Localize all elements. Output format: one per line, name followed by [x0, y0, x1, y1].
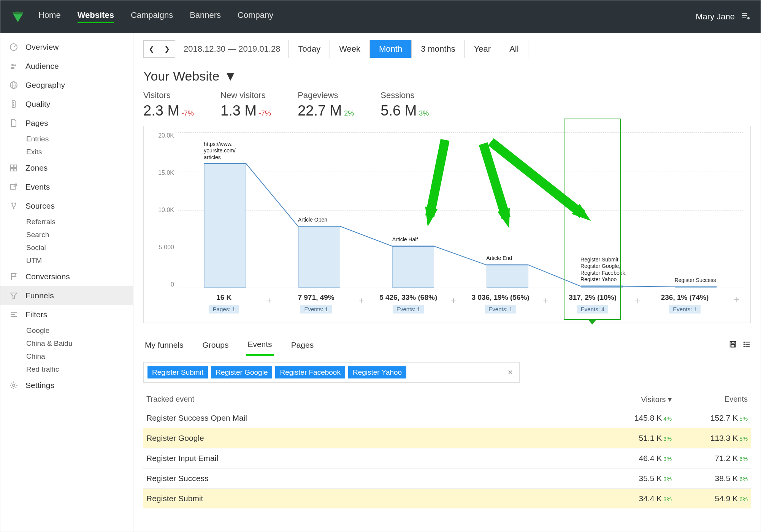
svg-point-19 — [13, 384, 15, 386]
sidebar-sub-china-baidu[interactable]: China & Baidu — [0, 337, 133, 350]
next-period-button[interactable]: ❯ — [159, 40, 175, 58]
funnel-icon — [9, 291, 19, 301]
list-icon[interactable] — [742, 340, 751, 351]
range-tab-today[interactable]: Today — [289, 40, 330, 58]
svg-rect-14 — [14, 168, 17, 171]
filter-tag[interactable]: Register Facebook — [275, 366, 345, 378]
range-tab-all[interactable]: All — [500, 40, 528, 58]
table-row[interactable]: Register Success35.5 K3%38.5 K6% — [143, 468, 751, 488]
table-header: Tracked event Visitors ▾ Events — [143, 391, 751, 408]
sidebar-item-zones[interactable]: Zones — [0, 158, 133, 177]
events-table: Tracked event Visitors ▾ Events Register… — [143, 391, 751, 508]
subtab-pages[interactable]: Pages — [290, 336, 315, 355]
stats-row: Visitors2.3 M-7%New visitors1.3 M-7%Page… — [143, 90, 751, 119]
save-icon[interactable] — [729, 340, 737, 351]
table-row[interactable]: Register Submit34.4 K3%54.9 K6% — [143, 488, 751, 508]
filter-tag[interactable]: Register Submit — [147, 366, 208, 378]
sidebar-item-funnels[interactable]: Funnels — [0, 286, 133, 305]
filter-tag[interactable]: Register Google — [211, 366, 272, 378]
range-tab-3-months[interactable]: 3 months — [412, 40, 465, 58]
content: ❮ ❯ 2018.12.30 — 2019.01.28 TodayWeekMon… — [133, 33, 761, 532]
filter-tags-input[interactable]: Register SubmitRegister GoogleRegister F… — [143, 362, 520, 383]
table-row[interactable]: Register Google51.1 K3%113.3 K5% — [143, 428, 751, 448]
funnel-bar-4[interactable]: Register Submit,Register Google,Register… — [555, 132, 649, 288]
sidebar-sub-red-traffic[interactable]: Red traffic — [0, 363, 133, 376]
add-step-button[interactable]: + — [266, 295, 272, 307]
stat-new-visitors: New visitors1.3 M-7% — [220, 90, 271, 119]
svg-rect-13 — [11, 168, 13, 171]
range-tab-year[interactable]: Year — [465, 40, 500, 58]
funnel-bar-1[interactable]: Article Open — [272, 132, 366, 288]
stat-pageviews: Pageviews22.7 M2% — [298, 90, 354, 119]
date-range[interactable]: 2018.12.30 — 2019.01.28 — [175, 44, 289, 54]
caret-down-icon: ▼ — [224, 69, 237, 84]
add-step-button[interactable]: + — [450, 295, 456, 307]
sidebar-sub-referrals[interactable]: Referrals — [0, 215, 133, 228]
subtab-events[interactable]: Events — [246, 335, 273, 356]
funnel-summary-4: +317, 2% (10%)Events: 4 — [547, 293, 639, 314]
sidebar: OverviewAudienceGeographyQualityPagesEnt… — [0, 33, 133, 532]
sidebar-item-sources[interactable]: Sources — [0, 196, 133, 215]
table-row[interactable]: Register Input Email46.4 K3%71.2 K6% — [143, 448, 751, 468]
topnav-company[interactable]: Company — [238, 10, 273, 23]
file-icon — [9, 118, 19, 128]
col-events[interactable]: Events — [672, 395, 748, 404]
svg-point-17 — [14, 203, 16, 204]
sidebar-item-overview[interactable]: Overview — [0, 38, 133, 57]
sidebar-item-pages[interactable]: Pages — [0, 114, 133, 133]
sidebar-sub-google[interactable]: Google — [0, 324, 133, 337]
branch-icon — [9, 201, 19, 211]
site-title-text: Your Website — [143, 69, 219, 84]
site-title-dropdown[interactable]: Your Website ▼ — [143, 69, 751, 84]
funnel-bar-5[interactable]: Register Success — [648, 132, 743, 288]
funnel-summary-1: +7 971, 49%Events: 1 — [270, 293, 362, 314]
add-step-button[interactable]: + — [731, 293, 743, 314]
sidebar-item-filters[interactable]: Filters — [0, 305, 133, 324]
svg-rect-30 — [745, 342, 750, 343]
y-axis-labels: 20.0K15.0K10.0K5 0000 — [151, 132, 178, 288]
col-visitors[interactable]: Visitors ▾ — [596, 395, 672, 404]
topnav-websites[interactable]: Websites — [78, 10, 114, 23]
sidebar-item-events[interactable]: Events — [0, 177, 133, 196]
funnel-summary-2: +5 426, 33% (68%)Events: 1 — [362, 293, 454, 314]
sidebar-sub-exits[interactable]: Exits — [0, 146, 133, 158]
sidebar-item-geography[interactable]: Geography — [0, 76, 133, 95]
traffic-icon — [9, 99, 19, 109]
user-name[interactable]: Mary Jane — [696, 12, 735, 22]
subtab-groups[interactable]: Groups — [201, 336, 230, 355]
range-tab-week[interactable]: Week — [330, 40, 370, 58]
table-row[interactable]: Register Success Open Mail145.8 K4%152.7… — [143, 408, 751, 428]
prev-period-button[interactable]: ❮ — [143, 40, 159, 58]
add-step-button[interactable]: + — [635, 295, 641, 307]
sidebar-sub-entries[interactable]: Entries — [0, 133, 133, 146]
svg-point-31 — [744, 344, 745, 345]
sidebar-sub-social[interactable]: Social — [0, 241, 133, 254]
clear-tags-icon[interactable]: ✕ — [507, 368, 515, 377]
sidebar-sub-utm[interactable]: UTM — [0, 254, 133, 267]
sidebar-item-audience[interactable]: Audience — [0, 57, 133, 76]
filter-tag[interactable]: Register Yahoo — [348, 366, 406, 378]
sidebar-item-settings[interactable]: Settings — [0, 376, 133, 395]
sub-tabs: My funnelsGroupsEventsPages — [143, 335, 751, 356]
col-tracked-event[interactable]: Tracked event — [146, 395, 596, 404]
sidebar-sub-china[interactable]: China — [0, 350, 133, 363]
user-menu-icon[interactable] — [741, 11, 750, 22]
sidebar-sub-search[interactable]: Search — [0, 228, 133, 241]
funnel-bar-2[interactable]: Article Half — [366, 132, 460, 288]
sidebar-item-quality[interactable]: Quality — [0, 95, 133, 114]
funnel-bar-3[interactable]: Article End — [460, 132, 555, 288]
funnel-bar-0[interactable]: https://www.yoursite.com/articles — [178, 132, 272, 288]
gear-icon — [9, 380, 19, 390]
topnav-banners[interactable]: Banners — [190, 10, 221, 23]
topnav-campaigns[interactable]: Campaigns — [131, 10, 173, 23]
subtab-my-funnels[interactable]: My funnels — [143, 336, 185, 355]
range-tab-month[interactable]: Month — [370, 40, 412, 58]
add-step-button[interactable]: + — [543, 295, 549, 307]
sidebar-item-conversions[interactable]: Conversions — [0, 267, 133, 286]
gauge-icon — [9, 42, 19, 52]
add-step-button[interactable]: + — [358, 295, 364, 307]
range-tabs: TodayWeekMonth3 monthsYearAll — [289, 40, 528, 58]
svg-point-8 — [13, 102, 14, 103]
stat-sessions: Sessions5.6 M3% — [380, 90, 429, 119]
topnav-home[interactable]: Home — [38, 10, 61, 23]
